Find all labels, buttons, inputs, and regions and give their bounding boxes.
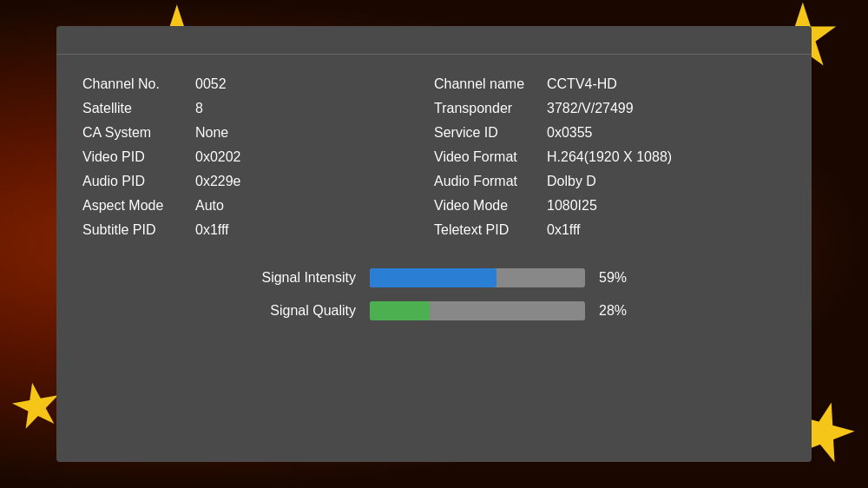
info-value: 0x1fff xyxy=(195,222,229,238)
info-label: Satellite xyxy=(82,101,187,116)
left-info-row: Channel No.0052 xyxy=(82,72,434,96)
info-right-col: Channel nameCCTV4-HDTransponder3782/V/27… xyxy=(434,72,786,242)
info-label: Audio PID xyxy=(82,174,187,189)
info-label: Transponder xyxy=(434,101,538,116)
signal-bar-container xyxy=(370,301,585,320)
right-info-row: Video FormatH.264(1920 X 1088) xyxy=(434,145,786,169)
left-info-row: Satellite8 xyxy=(82,96,434,121)
signal-label: Signal Quality xyxy=(234,303,356,319)
info-label: Video Format xyxy=(434,149,538,165)
info-value: 1080I25 xyxy=(547,198,597,214)
right-info-row: Transponder3782/V/27499 xyxy=(434,96,786,121)
info-value: Dolby D xyxy=(547,174,596,189)
info-label: Subtitle PID xyxy=(82,222,187,238)
info-label: Audio Format xyxy=(434,174,538,189)
info-label: CA System xyxy=(82,125,187,141)
info-label: Teletext PID xyxy=(434,222,538,238)
right-info-row: Audio FormatDolby D xyxy=(434,169,786,194)
signal-percent: 59% xyxy=(599,270,634,286)
dialog-title xyxy=(56,26,812,55)
left-info-row: CA SystemNone xyxy=(82,121,434,145)
info-label: Video Mode xyxy=(434,198,538,214)
signal-row: Signal Intensity59% xyxy=(234,268,634,287)
info-value: 0052 xyxy=(195,76,227,92)
info-left-col: Channel No.0052Satellite8CA SystemNoneVi… xyxy=(82,72,434,242)
signal-bar-fill xyxy=(370,268,496,287)
info-label: Service ID xyxy=(434,125,538,141)
signal-bar-container xyxy=(370,268,585,287)
info-value: 8 xyxy=(195,101,203,116)
left-info-row: Aspect ModeAuto xyxy=(82,194,434,218)
info-value: None xyxy=(195,125,228,141)
left-info-row: Video PID0x0202 xyxy=(82,145,434,169)
info-value: 0x1fff xyxy=(547,222,581,238)
info-value: Auto xyxy=(195,198,224,214)
info-value: 3782/V/27499 xyxy=(547,101,634,116)
dialog-body: Channel No.0052Satellite8CA SystemNoneVi… xyxy=(56,55,812,462)
signal-bar-fill xyxy=(370,301,430,320)
info-value: 0x0202 xyxy=(195,149,241,165)
right-info-row: Video Mode1080I25 xyxy=(434,194,786,218)
info-value: H.264(1920 X 1088) xyxy=(547,149,672,165)
right-info-row: Channel nameCCTV4-HD xyxy=(434,72,786,96)
right-info-row: Service ID0x0355 xyxy=(434,121,786,145)
info-value: CCTV4-HD xyxy=(547,76,617,92)
signal-section: Signal Intensity59%Signal Quality28% xyxy=(82,268,786,329)
detail-info-dialog: Channel No.0052Satellite8CA SystemNoneVi… xyxy=(56,26,812,462)
info-label: Video PID xyxy=(82,149,187,165)
left-info-row: Subtitle PID0x1fff xyxy=(82,218,434,242)
left-info-row: Audio PID0x229e xyxy=(82,169,434,194)
right-info-row: Teletext PID0x1fff xyxy=(434,218,786,242)
signal-row: Signal Quality28% xyxy=(234,301,634,320)
info-value: 0x0355 xyxy=(547,125,593,141)
info-label: Channel name xyxy=(434,76,538,92)
info-value: 0x229e xyxy=(195,174,241,189)
info-label: Channel No. xyxy=(82,76,187,92)
info-label: Aspect Mode xyxy=(82,198,187,214)
signal-label: Signal Intensity xyxy=(234,270,356,286)
signal-percent: 28% xyxy=(599,303,634,319)
info-grid: Channel No.0052Satellite8CA SystemNoneVi… xyxy=(82,72,786,242)
